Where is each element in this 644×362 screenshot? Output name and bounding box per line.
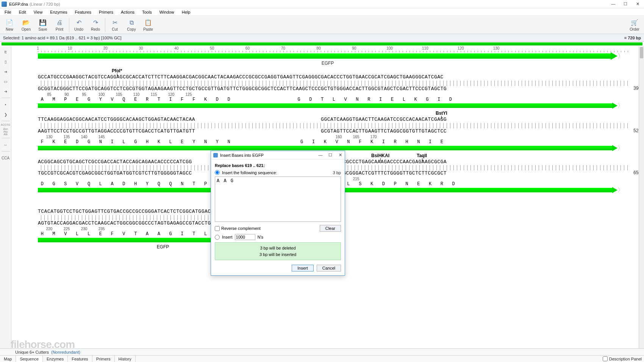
description-panel-checkbox[interactable] <box>603 356 608 361</box>
clear-button[interactable]: Clear <box>320 225 341 232</box>
side-tool-3[interactable]: ▭ <box>1 77 10 86</box>
minimize-button[interactable]: — <box>611 2 616 6</box>
open-icon: 📂 <box>22 19 30 27</box>
close-button[interactable]: ✕ <box>635 2 640 6</box>
mini-ruler: 130135140145160165170 <box>38 135 644 139</box>
menu-view[interactable]: View <box>31 9 46 15</box>
ns-suffix: N's <box>258 235 264 239</box>
save-button[interactable]: 💾Save <box>35 17 51 33</box>
dialog-close[interactable]: ✕ <box>338 153 342 158</box>
amino-acid-row[interactable]: F K E D G N I L G H K L E Y N Y N G I K … <box>11 139 644 145</box>
menu-primers[interactable]: Primers <box>96 9 116 15</box>
menu-tools[interactable]: Tools <box>139 9 155 15</box>
bp-count: 3 bp <box>333 170 341 175</box>
ruler-tick: 80 <box>316 46 320 50</box>
side-separator <box>2 121 10 121</box>
vertical-scrollbar[interactable] <box>639 46 644 348</box>
sequence-bottom-strand[interactable]: AAGTTCCTCCTGCCGTTGTAGGACCCCGTGTTCGACCTCA… <box>11 128 644 135</box>
print-button[interactable]: 🖨Print <box>52 17 67 33</box>
description-panel-toggle[interactable]: Description Panel <box>600 356 644 362</box>
menu-edit[interactable]: Edit <box>16 9 29 15</box>
ruler-tick: 30 <box>139 46 143 50</box>
paste-button[interactable]: 📋Paste <box>140 17 156 33</box>
sequence-top-strand[interactable]: TTCAAGGAGGACGGCAACATCCTGGGGCACAAGCTGGAGT… <box>11 117 644 123</box>
ruler-tick: 1 <box>37 46 39 50</box>
side-tool-0[interactable]: tt <box>1 48 10 56</box>
enzyme-label[interactable]: PfoI* <box>112 68 122 73</box>
feature-arrow[interactable] <box>38 145 617 151</box>
ns-count-input[interactable] <box>235 234 255 240</box>
side-toolbar: tt▯➜▭➜•❯ACGTGAsnArgAla↔CCA <box>0 46 11 348</box>
toolbar-separator <box>69 18 69 32</box>
undo-button[interactable]: ↶Undo <box>71 17 87 33</box>
enzyme-label[interactable]: BsiHKAI <box>371 153 389 158</box>
save-icon: 💾 <box>39 19 47 27</box>
insert-button[interactable]: Insert <box>292 265 314 272</box>
side-tool-9: ACGTG <box>1 123 10 126</box>
menu-help[interactable]: Help <box>179 9 194 15</box>
title-info: (Linear / 720 bp) <box>30 2 60 6</box>
enzyme-label[interactable]: TaqII <box>417 153 427 158</box>
menu-enzymes[interactable]: Enzymes <box>47 9 70 15</box>
copy-label: Copy <box>127 27 136 31</box>
dialog-minimize[interactable]: — <box>318 153 323 158</box>
side-tool-12[interactable]: ↔ <box>1 140 10 149</box>
bottom-tabs: MapSequenceEnzymesFeaturesPrimersHistory… <box>0 355 644 362</box>
tab-features[interactable]: Features <box>68 356 92 362</box>
dialog-maximize[interactable]: ☐ <box>328 153 333 158</box>
sequence-block: PfoI*GCCATGCCCGAAGGCTACGTCCAGGAGCGCACCAT… <box>11 68 644 108</box>
side-tool-14[interactable]: CCA <box>1 154 10 162</box>
cutters-link[interactable]: (Nonredundant) <box>51 350 80 354</box>
copy-button[interactable]: ⧉Copy <box>123 17 139 33</box>
reverse-complement-checkbox[interactable]: Reverse complement <box>215 226 261 231</box>
undo-label: Undo <box>74 27 83 31</box>
enzyme-label[interactable]: BstYI <box>436 111 447 116</box>
side-tool-1[interactable]: ▯ <box>1 58 10 66</box>
ruler-tick: 120 <box>458 46 464 50</box>
cut-icon: ✂ <box>111 19 119 27</box>
open-label: Open <box>22 27 31 31</box>
maximize-button[interactable]: ☐ <box>623 2 628 6</box>
side-separator <box>2 138 10 138</box>
reverse-complement-input[interactable] <box>215 226 220 231</box>
sequence-bottom-strand[interactable]: GCGGTACGGGCTTCCGATGCAGGTCCTCGCGTGGTAGAAG… <box>11 86 644 92</box>
tab-history[interactable]: History <box>115 356 136 362</box>
cancel-button[interactable]: Cancel <box>317 265 341 272</box>
radio-insert-sequence[interactable] <box>215 170 220 175</box>
side-tool-2[interactable]: ➜ <box>1 67 10 76</box>
menu-file[interactable]: File <box>2 9 14 15</box>
amino-acid-row[interactable]: A M P E G Y V Q E R T I F F K D D G D T … <box>11 97 644 102</box>
new-icon: 📄 <box>5 19 14 27</box>
cut-button[interactable]: ✂Cut <box>107 17 123 33</box>
feature-arrow[interactable] <box>38 103 617 108</box>
redo-label: Redo <box>91 27 100 31</box>
tab-map[interactable]: Map <box>0 356 16 362</box>
tab-sequence[interactable]: Sequence <box>16 356 43 362</box>
menu-actions[interactable]: Actions <box>118 9 138 15</box>
side-tool-6[interactable]: • <box>1 100 10 109</box>
order-label: Order <box>630 27 639 31</box>
open-button[interactable]: 📂Open <box>18 17 34 33</box>
dialog-titlebar[interactable]: Insert Bases into EGFP — ☐ ✕ <box>211 151 345 159</box>
paste-label: Paste <box>143 27 153 31</box>
redo-button[interactable]: ↷Redo <box>88 17 103 33</box>
order-button[interactable]: 🛒 Order <box>627 17 642 33</box>
ruler: 1102030405060708090100110120130 <box>11 46 644 53</box>
radio-insert-ns[interactable] <box>215 235 220 240</box>
menu-window[interactable]: Window <box>156 9 177 15</box>
new-button[interactable]: 📄New <box>2 17 17 33</box>
sequence-overview[interactable] <box>0 42 644 46</box>
tab-enzymes[interactable]: Enzymes <box>43 356 68 362</box>
sequence-top-strand[interactable]: GCCATGCCCGAAGGCTACGTCCAGGAGCGCACCATCTTCT… <box>11 74 644 81</box>
sequence-input[interactable]: A A G <box>215 176 341 222</box>
menu-features[interactable]: Features <box>72 9 94 15</box>
side-tool-4[interactable]: ➜ <box>1 87 10 95</box>
feature-arrow-egfp[interactable] <box>38 53 617 59</box>
new-label: New <box>6 27 13 31</box>
ruler-tick: 90 <box>352 46 356 50</box>
tab-primers[interactable]: Primers <box>92 356 115 362</box>
undo-icon: ↶ <box>75 19 83 27</box>
ruler-tick: 50 <box>210 46 214 50</box>
side-tool-7[interactable]: ❯ <box>1 110 10 119</box>
cut-label: Cut <box>112 27 118 31</box>
